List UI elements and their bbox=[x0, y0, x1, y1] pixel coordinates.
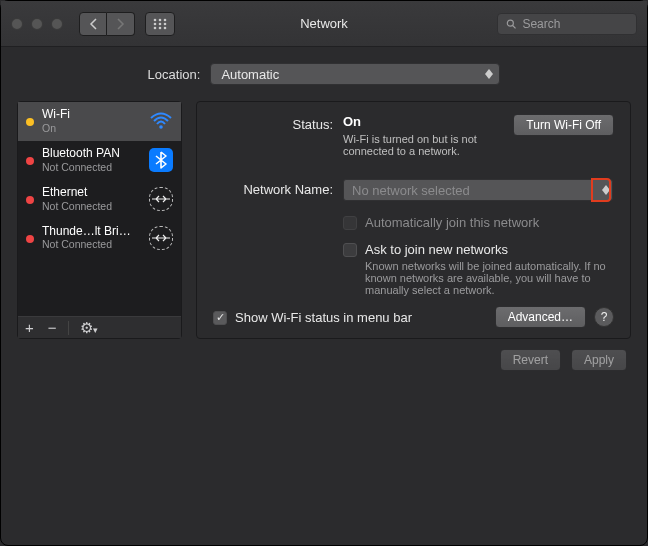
service-subtitle: Not Connected bbox=[42, 200, 112, 212]
services-list[interactable]: Wi-FiOnBluetooth PANNot ConnectedEtherne… bbox=[18, 102, 181, 316]
service-title: Thunde…lt Bridge bbox=[42, 225, 134, 239]
dialog-buttons: Revert Apply bbox=[1, 339, 647, 383]
status-dot-icon bbox=[26, 157, 34, 165]
status-value: On bbox=[343, 114, 361, 129]
chevron-down-icon: ▾ bbox=[93, 325, 98, 335]
updown-stepper-icon bbox=[485, 69, 493, 79]
menubar-status-row: ✓ Show Wi-Fi status in menu bar bbox=[213, 310, 412, 325]
svg-point-6 bbox=[154, 26, 157, 29]
content-area: Wi-FiOnBluetooth PANNot ConnectedEtherne… bbox=[1, 101, 647, 339]
advanced-button[interactable]: Advanced… bbox=[495, 306, 586, 328]
help-button[interactable]: ? bbox=[594, 307, 614, 327]
window-controls bbox=[11, 18, 63, 30]
apply-button[interactable]: Apply bbox=[571, 349, 627, 371]
svg-point-11 bbox=[159, 125, 163, 129]
gear-icon: ⚙︎ bbox=[80, 319, 93, 336]
sidebar-item-bluetooth-pan[interactable]: Bluetooth PANNot Connected bbox=[18, 141, 181, 180]
service-actions-menu[interactable]: ⚙︎▾ bbox=[77, 320, 101, 335]
auto-join-checkbox bbox=[343, 216, 357, 230]
network-name-stepper[interactable] bbox=[592, 179, 610, 201]
service-subtitle: Not Connected bbox=[42, 238, 134, 250]
service-title: Wi-Fi bbox=[42, 108, 70, 122]
svg-point-3 bbox=[154, 22, 157, 25]
svg-point-0 bbox=[154, 18, 157, 21]
add-service-button[interactable]: + bbox=[22, 320, 37, 335]
sidebar-item-ethernet[interactable]: EthernetNot Connected bbox=[18, 180, 181, 219]
sidebar-toolbar: + − ⚙︎▾ bbox=[18, 316, 181, 338]
services-sidebar: Wi-FiOnBluetooth PANNot ConnectedEtherne… bbox=[17, 101, 182, 339]
auto-join-label: Automatically join this network bbox=[365, 215, 539, 230]
svg-line-10 bbox=[513, 25, 516, 28]
svg-point-7 bbox=[159, 26, 162, 29]
service-title: Ethernet bbox=[42, 186, 112, 200]
status-dot-icon bbox=[26, 118, 34, 126]
revert-button[interactable]: Revert bbox=[500, 349, 561, 371]
network-name-select[interactable]: No network selected bbox=[343, 179, 613, 201]
service-title: Bluetooth PAN bbox=[42, 147, 120, 161]
bt-icon bbox=[149, 148, 173, 172]
menubar-status-checkbox[interactable]: ✓ bbox=[213, 311, 227, 325]
search-field[interactable] bbox=[497, 13, 637, 35]
svg-point-4 bbox=[159, 22, 162, 25]
search-icon bbox=[506, 18, 516, 30]
forward-button[interactable] bbox=[107, 12, 135, 36]
arrows-icon bbox=[149, 226, 173, 250]
service-subtitle: On bbox=[42, 122, 70, 134]
ask-join-checkbox[interactable] bbox=[343, 243, 357, 257]
service-subtitle: Not Connected bbox=[42, 161, 120, 173]
grid-icon bbox=[153, 18, 167, 30]
chevron-left-icon bbox=[89, 18, 98, 30]
wifi-icon bbox=[149, 109, 173, 133]
location-select[interactable]: Automatic bbox=[210, 63, 500, 85]
check-icon: ✓ bbox=[216, 312, 225, 323]
toolbar-divider bbox=[68, 321, 69, 335]
status-description: Wi-Fi is turned on but is not connected … bbox=[343, 133, 503, 157]
search-input[interactable] bbox=[522, 17, 628, 31]
close-window-icon[interactable] bbox=[11, 18, 23, 30]
network-name-row: Network Name: No network selected bbox=[213, 179, 614, 201]
remove-service-button[interactable]: − bbox=[45, 320, 60, 335]
history-nav bbox=[79, 12, 135, 36]
zoom-window-icon[interactable] bbox=[51, 18, 63, 30]
status-dot-icon bbox=[26, 196, 34, 204]
chevron-right-icon bbox=[116, 18, 125, 30]
ask-join-description: Known networks will be joined automatica… bbox=[365, 260, 614, 296]
auto-join-row: Automatically join this network bbox=[343, 215, 614, 230]
svg-point-1 bbox=[159, 18, 162, 21]
details-footer: ✓ Show Wi-Fi status in menu bar Advanced… bbox=[213, 306, 614, 328]
ask-join-label: Ask to join new networks bbox=[365, 242, 614, 257]
svg-point-9 bbox=[507, 20, 513, 26]
updown-stepper-icon bbox=[602, 185, 610, 195]
ask-join-row: Ask to join new networks Known networks … bbox=[343, 242, 614, 296]
network-name-placeholder: No network selected bbox=[352, 183, 470, 198]
minimize-window-icon[interactable] bbox=[31, 18, 43, 30]
status-dot-icon bbox=[26, 235, 34, 243]
titlebar: Network bbox=[1, 1, 647, 47]
back-button[interactable] bbox=[79, 12, 107, 36]
menubar-status-label: Show Wi-Fi status in menu bar bbox=[235, 310, 412, 325]
status-row: Status: On Wi-Fi is turned on but is not… bbox=[213, 114, 614, 157]
location-value: Automatic bbox=[221, 67, 279, 82]
svg-point-8 bbox=[164, 26, 167, 29]
sidebar-item-thunde-lt-bridge[interactable]: Thunde…lt BridgeNot Connected bbox=[18, 219, 181, 258]
svg-point-2 bbox=[164, 18, 167, 21]
network-preferences-window: { "titlebar": { "title": "Network", "sea… bbox=[0, 0, 648, 546]
details-pane: Status: On Wi-Fi is turned on but is not… bbox=[196, 101, 631, 339]
location-label: Location: bbox=[148, 67, 201, 82]
sidebar-item-wi-fi[interactable]: Wi-FiOn bbox=[18, 102, 181, 141]
wifi-toggle-button[interactable]: Turn Wi-Fi Off bbox=[513, 114, 614, 136]
show-all-button[interactable] bbox=[145, 12, 175, 36]
status-label: Status: bbox=[213, 114, 333, 132]
svg-point-5 bbox=[164, 22, 167, 25]
network-name-label: Network Name: bbox=[213, 179, 333, 197]
arrows-icon bbox=[149, 187, 173, 211]
location-row: Location: Automatic bbox=[1, 47, 647, 101]
